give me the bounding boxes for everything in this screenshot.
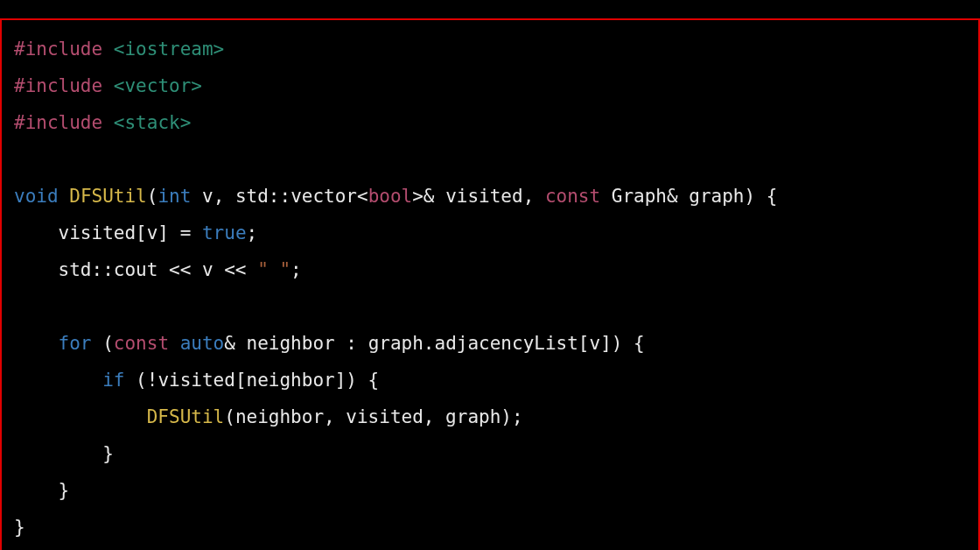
code-token: DFSUtil [147, 406, 225, 427]
code-token: } [102, 443, 114, 464]
code-token: auto [180, 333, 225, 354]
code-block: #include <iostream> #include <vector> #i… [0, 18, 980, 550]
code-token: for [59, 333, 92, 354]
indent [14, 443, 102, 464]
code-line: std::cout << v << " "; [14, 259, 302, 280]
code-token: #include [14, 75, 102, 96]
code-token: ( [92, 333, 114, 354]
code-token: ; [290, 259, 302, 280]
indent [14, 370, 102, 391]
code-line: if (!visited[neighbor]) { [14, 370, 379, 391]
code-token: #include [14, 39, 102, 60]
code-token: const [545, 186, 600, 207]
code-line: } [14, 517, 25, 538]
code-token: >& visited, [412, 186, 545, 207]
code-token: <vector> [114, 75, 202, 96]
code-token: <iostream> [114, 39, 224, 60]
code-token: visited[v] = [59, 222, 202, 243]
code-token: } [14, 517, 25, 538]
code-token: (!visited[neighbor]) { [124, 370, 379, 391]
code-token: ( [147, 186, 158, 207]
code-line: } [14, 480, 69, 501]
code-token: Graph& graph) { [600, 186, 777, 207]
code-line: visited[v] = true; [14, 222, 257, 243]
code-line: #include <vector> [14, 75, 202, 96]
code-token: ; [247, 222, 258, 243]
code-token: if [102, 370, 124, 391]
code-line: } [14, 443, 114, 464]
code-token: " " [257, 259, 290, 280]
indent [14, 406, 147, 427]
code-token: DFSUtil [69, 186, 147, 207]
code-line: #include <stack> [14, 112, 191, 133]
code-line: for (const auto& neighbor : graph.adjace… [14, 333, 645, 354]
code-line: #include <iostream> [14, 39, 224, 60]
code-token: bool [368, 186, 413, 207]
indent [14, 259, 59, 280]
code-token [102, 112, 114, 133]
code-token: v, std::vector< [191, 186, 368, 207]
code-token: #include [14, 112, 102, 133]
code-token: std::cout << v << [59, 259, 258, 280]
code-token: (neighbor, visited, graph); [224, 406, 522, 427]
code-token: int [158, 186, 191, 207]
code-token: true [202, 222, 247, 243]
code-line: DFSUtil(neighbor, visited, graph); [14, 406, 523, 427]
code-line: void DFSUtil(int v, std::vector<bool>& v… [14, 186, 777, 207]
indent [14, 480, 59, 501]
code-token [102, 75, 114, 96]
code-token: } [59, 480, 70, 501]
code-token: const [114, 333, 169, 354]
code-token [59, 186, 70, 207]
code-token [169, 333, 180, 354]
code-token: & neighbor : graph.adjacencyList[v]) { [224, 333, 644, 354]
code-token [102, 39, 114, 60]
indent [14, 333, 59, 354]
indent [14, 222, 59, 243]
code-token: void [14, 186, 59, 207]
code-token: <stack> [114, 112, 192, 133]
